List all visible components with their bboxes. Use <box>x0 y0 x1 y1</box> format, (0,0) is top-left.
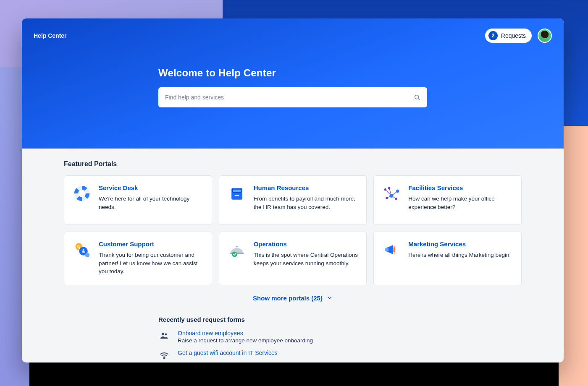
svg-rect-7 <box>234 195 239 196</box>
svg-rect-6 <box>233 190 240 192</box>
svg-point-0 <box>415 95 419 99</box>
cloche-check-icon <box>228 240 246 259</box>
recent-item-link[interactable]: Get a guest wifi account in IT Services <box>178 349 278 356</box>
portal-card-title: Service Desk <box>99 184 203 191</box>
portal-card-customer-support[interactable]: Q & Customer Support Thank you for being… <box>64 232 212 285</box>
svg-point-23 <box>85 253 89 257</box>
hero-banner: Help Center 2 Requests Welcome to Help C… <box>22 18 564 149</box>
show-more-label: Show more portals (25) <box>253 295 323 302</box>
chat-bubbles-icon: Q & <box>73 240 91 259</box>
hero-title: Welcome to Help Center <box>158 67 427 79</box>
svg-point-16 <box>390 194 394 198</box>
recent-item-desc: Raise a request to arrange new employee … <box>178 337 313 344</box>
top-bar: Help Center 2 Requests <box>34 29 552 43</box>
portal-card-service-desk[interactable]: Service Desk We're here for all of your … <box>64 175 212 225</box>
svg-point-26 <box>232 252 237 257</box>
hero-center: Welcome to Help Center <box>158 67 427 107</box>
wifi-icon <box>158 349 170 361</box>
portal-card-operations[interactable]: Operations This is the spot where Centra… <box>219 232 367 285</box>
people-icon <box>158 330 170 342</box>
svg-point-3 <box>79 190 86 197</box>
svg-point-13 <box>384 188 387 191</box>
top-right-controls: 2 Requests <box>485 29 552 43</box>
file-cabinet-icon <box>228 184 246 203</box>
portal-card-desc: Thank you for being our customer and par… <box>99 251 203 276</box>
requests-button[interactable]: 2 Requests <box>485 29 532 43</box>
portal-card-desc: This is the spot where Central Operation… <box>254 251 358 267</box>
portal-card-desc: We're here for all of your technology ne… <box>99 195 203 211</box>
svg-point-18 <box>395 198 398 200</box>
app-window: Help Center 2 Requests Welcome to Help C… <box>22 18 564 363</box>
recently-used-section: Recently used request forms Onboard new … <box>158 316 427 361</box>
avatar[interactable] <box>538 29 552 43</box>
svg-text:Q: Q <box>77 245 80 249</box>
portal-card-title: Customer Support <box>99 240 203 248</box>
search-input[interactable] <box>165 94 410 101</box>
featured-portals-heading: Featured Portals <box>64 160 522 168</box>
recently-used-heading: Recently used request forms <box>158 316 427 323</box>
recent-item-link[interactable]: Onboard new employees <box>178 330 313 336</box>
search-icon <box>414 94 420 101</box>
content-area: Featured Portals Service Desk We're her <box>22 149 564 363</box>
chevron-down-icon <box>327 295 333 301</box>
svg-point-30 <box>162 332 164 335</box>
search-box[interactable] <box>158 87 427 107</box>
svg-point-17 <box>386 197 388 199</box>
portal-card-desc: Here is where all things Marketing begin… <box>408 251 511 259</box>
megaphone-icon <box>382 240 401 259</box>
portal-card-facilities[interactable]: Facilities Services How can we help make… <box>373 175 522 225</box>
svg-rect-28 <box>394 246 395 253</box>
show-more-portals-button[interactable]: Show more portals (25) <box>64 295 522 302</box>
portal-card-title: Operations <box>254 240 358 248</box>
requests-label: Requests <box>501 32 526 39</box>
network-graph-icon <box>382 184 401 203</box>
portal-card-title: Marketing Services <box>408 240 511 248</box>
svg-point-32 <box>164 357 165 359</box>
svg-point-25 <box>236 246 238 248</box>
portal-card-human-resources[interactable]: Human Resources From benefits to payroll… <box>219 175 367 225</box>
portal-card-title: Facilities Services <box>408 184 513 191</box>
svg-point-31 <box>165 333 167 335</box>
portal-card-desc: From benefits to payroll and much more, … <box>254 195 358 211</box>
portal-card-marketing[interactable]: Marketing Services Here is where all thi… <box>373 232 522 285</box>
svg-point-29 <box>385 248 389 251</box>
requests-count-badge: 2 <box>488 31 498 40</box>
svg-text:&: & <box>82 248 85 253</box>
recent-item: Get a guest wifi account in IT Services <box>158 349 427 361</box>
svg-line-1 <box>418 99 420 100</box>
svg-point-14 <box>388 187 391 189</box>
portal-card-title: Human Resources <box>254 184 358 191</box>
portal-card-desc: How can we help make your office experie… <box>408 195 513 211</box>
lifebuoy-icon <box>73 184 91 203</box>
portals-grid: Service Desk We're here for all of your … <box>64 175 522 285</box>
svg-point-15 <box>396 190 399 193</box>
brand-title[interactable]: Help Center <box>34 32 67 39</box>
recent-item: Onboard new employees Raise a request to… <box>158 330 427 344</box>
